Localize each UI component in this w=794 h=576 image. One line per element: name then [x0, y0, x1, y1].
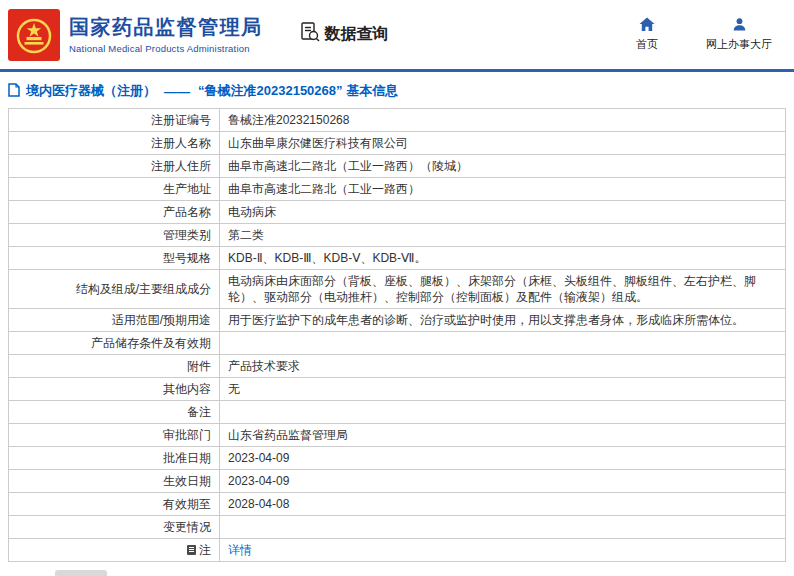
row-value: 山东曲阜康尔健医疗科技有限公司 [220, 132, 786, 155]
row-value: 产品技术要求 [220, 355, 786, 378]
row-label: 型号规格 [9, 247, 220, 270]
row-value: 详情 [220, 539, 786, 562]
table-row: 结构及组成/主要组成成分电动病床由床面部分（背板、座板、腿板）、床架部分（床框、… [9, 270, 786, 309]
table-row: 型号规格KDB-Ⅱ、KDB-Ⅲ、KDB-Ⅴ、KDB-Ⅶ。 [9, 247, 786, 270]
note-icon [187, 545, 196, 555]
info-table: 注册证编号鲁械注准20232150268注册人名称山东曲阜康尔健医疗科技有限公司… [8, 108, 786, 562]
row-value [220, 332, 786, 355]
row-label: 管理类别 [9, 224, 220, 247]
breadcrumb-category: 境内医疗器械（注册） [26, 82, 156, 100]
site-header: 国家药品监督管理局 National Medical Products Admi… [0, 0, 794, 69]
row-label: 产品储存条件及有效期 [9, 332, 220, 355]
row-label: 批准日期 [9, 447, 220, 470]
row-label: 生效日期 [9, 470, 220, 493]
row-value: 2023-04-09 [220, 470, 786, 493]
footer-fragment [55, 570, 107, 576]
row-value: 第二类 [220, 224, 786, 247]
table-row: 产品名称电动病床 [9, 201, 786, 224]
row-value: KDB-Ⅱ、KDB-Ⅲ、KDB-Ⅴ、KDB-Ⅶ。 [220, 247, 786, 270]
row-label: 备注 [9, 401, 220, 424]
row-value: 曲阜市高速北二路北（工业一路西） [220, 178, 786, 201]
page-title: “鲁械注准20232150268” 基本信息 [198, 82, 398, 100]
row-value [220, 401, 786, 424]
row-value: 2028-04-08 [220, 493, 786, 516]
table-row: 产品储存条件及有效期 [9, 332, 786, 355]
row-label: 附件 [9, 355, 220, 378]
row-label: 审批部门 [9, 424, 220, 447]
table-row: 备注 [9, 401, 786, 424]
table-row: 注册人名称山东曲阜康尔健医疗科技有限公司 [9, 132, 786, 155]
table-row: 生产地址曲阜市高速北二路北（工业一路西） [9, 178, 786, 201]
row-label: 注册人名称 [9, 132, 220, 155]
row-value: 无 [220, 378, 786, 401]
table-row: 有效期至2028-04-08 [9, 493, 786, 516]
data-query-label: 数据查询 [325, 24, 389, 45]
row-value: 电动病床由床面部分（背板、座板、腿板）、床架部分（床框、头板组件、脚板组件、左右… [220, 270, 786, 309]
table-row: 适用范围/预期用途用于医疗监护下的成年患者的诊断、治疗或监护时使用，用以支撑患者… [9, 309, 786, 332]
row-label: 注册人住所 [9, 155, 220, 178]
header-nav: 首页 网上办事大厅 [636, 17, 772, 52]
nav-online-hall[interactable]: 网上办事大厅 [706, 17, 772, 52]
table-row: 附件产品技术要求 [9, 355, 786, 378]
row-value: 用于医疗监护下的成年患者的诊断、治疗或监护时使用，用以支撑患者身体，形成临床所需… [220, 309, 786, 332]
table-row: 管理类别第二类 [9, 224, 786, 247]
breadcrumb-separator: —— [164, 84, 190, 99]
page-icon [8, 83, 20, 100]
row-value: 山东省药品监督管理局 [220, 424, 786, 447]
table-row: 审批部门山东省药品监督管理局 [9, 424, 786, 447]
breadcrumb: 境内医疗器械（注册） —— “鲁械注准20232150268” 基本信息 [0, 72, 794, 107]
row-label: 注册证编号 [9, 109, 220, 132]
org-name-en: National Medical Products Administration [69, 43, 263, 54]
table-row: 注册证编号鲁械注准20232150268 [9, 109, 786, 132]
info-table-body: 注册证编号鲁械注准20232150268注册人名称山东曲阜康尔健医疗科技有限公司… [9, 109, 786, 562]
nav-online-hall-label: 网上办事大厅 [706, 37, 772, 52]
row-label: 产品名称 [9, 201, 220, 224]
table-row: 注详情 [9, 539, 786, 562]
detail-link[interactable]: 详情 [228, 543, 252, 557]
row-label: 有效期至 [9, 493, 220, 516]
row-label: 生产地址 [9, 178, 220, 201]
table-row: 生效日期2023-04-09 [9, 470, 786, 493]
nav-home-label: 首页 [636, 37, 658, 52]
row-label: 其他内容 [9, 378, 220, 401]
table-row: 注册人住所曲阜市高速北二路北（工业一路西）（陵城） [9, 155, 786, 178]
nav-home[interactable]: 首页 [636, 17, 658, 52]
document-search-icon [301, 22, 320, 47]
person-icon [732, 17, 747, 34]
org-name-cn: 国家药品监督管理局 [69, 15, 263, 39]
row-value: 电动病床 [220, 201, 786, 224]
table-row: 其他内容无 [9, 378, 786, 401]
row-value [220, 516, 786, 539]
national-emblem-logo [8, 9, 60, 61]
row-label: 注 [9, 539, 220, 562]
row-label: 变更情况 [9, 516, 220, 539]
data-query-title: 数据查询 [301, 22, 389, 47]
row-label: 结构及组成/主要组成成分 [9, 270, 220, 309]
row-value: 曲阜市高速北二路北（工业一路西）（陵城） [220, 155, 786, 178]
table-row: 变更情况 [9, 516, 786, 539]
row-label: 适用范围/预期用途 [9, 309, 220, 332]
home-icon [639, 17, 655, 34]
table-row: 批准日期2023-04-09 [9, 447, 786, 470]
org-names: 国家药品监督管理局 National Medical Products Admi… [69, 15, 263, 54]
row-value: 2023-04-09 [220, 447, 786, 470]
row-value: 鲁械注准20232150268 [220, 109, 786, 132]
